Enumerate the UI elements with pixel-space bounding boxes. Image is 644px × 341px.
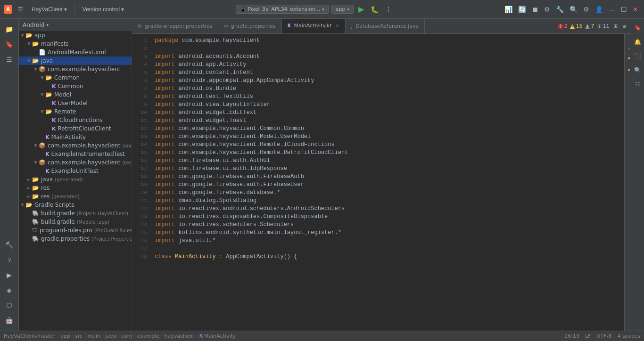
line-num-10: 10 [132, 109, 147, 117]
project-name-button[interactable]: HayVaClient ▾ [29, 5, 70, 14]
build-icon[interactable]: 🔨 [3, 238, 16, 252]
run-button[interactable]: ▶ [356, 3, 366, 16]
android-icon[interactable]: 🤖 [3, 314, 16, 327]
file-tree-header[interactable]: Android ▾ [19, 19, 132, 31]
tree-item-common-folder[interactable]: ▼📂Common [19, 73, 132, 82]
breadcrumb-example[interactable]: example [137, 333, 159, 339]
tree-item-gradle-scripts[interactable]: ▼📂Gradle Scripts [19, 201, 132, 209]
run-icon[interactable]: ▶ [3, 268, 16, 282]
breadcrumb-mainactivity[interactable]: MainActivity [204, 333, 236, 339]
editor-scrollbar[interactable] [624, 34, 631, 331]
line-num-16: 16 [132, 157, 147, 165]
tree-label-res-generated: res [41, 193, 50, 200]
project-icon[interactable]: 📁 [3, 23, 16, 36]
tab-db-reference[interactable]: J DatabaseReference.java [346, 19, 425, 33]
tree-icon-remote-folder: 📂 [45, 108, 52, 115]
diamond-icon[interactable]: ◈ [3, 284, 16, 297]
tree-item-com-example[interactable]: ▼📦com.example.hayvaclient [19, 65, 132, 73]
breadcrumb-app[interactable]: app [60, 333, 70, 339]
error-badge: ! 2 ! 15 ! 7 i 11 [558, 23, 610, 29]
line-ending[interactable]: LF [585, 333, 591, 339]
breadcrumb-com[interactable]: com [121, 333, 132, 339]
tree-icon-gradle-properties: 🐘 [32, 235, 39, 242]
tree-item-common-file[interactable]: KCommon [19, 82, 132, 90]
tree-item-androidmanifest[interactable]: 📄AndroidManifest.xml [19, 48, 132, 57]
encoding[interactable]: UTF-8 [596, 333, 611, 339]
tree-item-java[interactable]: ▼📂java [19, 57, 132, 65]
tree-item-java-generated[interactable]: ►📂java(generated) [19, 175, 132, 184]
line-num-5: 5 [132, 69, 147, 77]
breadcrumb-java[interactable]: java [105, 333, 116, 339]
tree-arrow-java-generated: ► [27, 177, 32, 182]
terminal-icon[interactable]: ⬡ [3, 299, 16, 312]
cursor-position[interactable]: 26:19 [564, 333, 579, 339]
bookmark-icon[interactable]: 🔖 [3, 38, 16, 51]
git-icon[interactable]: ⑂ [3, 253, 16, 267]
tree-arrow-com-example: ▼ [34, 67, 39, 72]
breadcrumb-sep-4: › [102, 333, 104, 339]
tree-item-exampleunittest[interactable]: KExampleUnitTest [19, 167, 132, 175]
tree-item-exampleinstrumentedtest[interactable]: KExampleInstrumentedTest [19, 150, 132, 158]
minimize-button[interactable]: — [607, 4, 617, 15]
tree-item-retrofitcloudclient[interactable]: KRetrofitCloudClient [19, 124, 132, 133]
maximize-button[interactable]: ☐ [619, 4, 629, 15]
layout-icon[interactable]: ☷ [633, 79, 643, 89]
tab-gradle-props[interactable]: ⚙ gradle.properties [218, 19, 282, 33]
breadcrumb-main[interactable]: main [88, 333, 100, 339]
tree-item-gradle-properties[interactable]: 🐘gradle.properties(Project Properties) [19, 235, 132, 243]
version-control-button[interactable]: Version control ▾ [80, 5, 127, 14]
tab-main-activity[interactable]: K MainActivity.kt ✕ [282, 19, 346, 33]
tree-item-remote-folder[interactable]: ▼📂Remote [19, 107, 132, 116]
sync-button[interactable]: 🔄 [516, 4, 528, 15]
line-num-15: 15 [132, 149, 147, 157]
tree-item-res-generated[interactable]: ►📂res(generated) [19, 192, 132, 201]
breadcrumb-src[interactable]: src [75, 333, 83, 339]
profiler-button[interactable]: 📊 [503, 4, 514, 15]
svg-text:i: i [598, 24, 599, 29]
tab-icon-main-activity: K [288, 23, 291, 28]
hamburger-menu-button[interactable]: ☰ [15, 5, 26, 14]
diff-icon[interactable]: ⬛ [633, 51, 643, 61]
tree-item-build-gradle-project[interactable]: 🐘build.gradle(Project: HayVaClient) [19, 209, 132, 218]
tree-arrow-app: ▼ [21, 33, 25, 38]
preferences-button[interactable]: ⚙ [581, 4, 591, 15]
tab-close-main-activity[interactable]: ✕ [336, 23, 339, 28]
tree-item-model-folder[interactable]: ▼📂Model [19, 90, 132, 99]
tree-item-manifests[interactable]: ▼📂manifests [19, 40, 132, 48]
expand-editor-button[interactable]: ⊞ [611, 21, 619, 31]
search-button[interactable]: 🔍 [568, 4, 579, 15]
account-button[interactable]: 👤 [593, 4, 605, 15]
more-actions-button[interactable]: ⋮ [383, 4, 394, 15]
tree-item-app[interactable]: ▼📂app [19, 31, 132, 40]
bookmarks-right-icon[interactable]: 🔖 [633, 23, 643, 33]
tab-list-button[interactable]: ≡ [621, 22, 628, 31]
code-content[interactable]: package com.example.hayvaclient import a… [151, 34, 624, 331]
tree-item-res[interactable]: ►📂res [19, 184, 132, 192]
file-tree-panel: Android ▾ ▼📂app▼📂manifests📄AndroidManife… [19, 19, 132, 331]
tree-item-build-gradle-app[interactable]: 🐘build.gradle(Module :app) [19, 218, 132, 226]
breadcrumb-hayvaclient[interactable]: hayvaclient [165, 333, 195, 339]
structure-icon[interactable]: ☰ [3, 53, 16, 66]
plugins-button[interactable]: 🔧 [554, 4, 566, 15]
tree-item-proguard[interactable]: 🛡proguard-rules.pro(ProGuard Rules for '… [19, 226, 132, 235]
tree-item-com-example-androidtest[interactable]: ▼📦com.example.hayvaclient(androidTest) [19, 141, 132, 150]
tree-arrow-res-generated: ► [27, 194, 32, 199]
debug-button[interactable]: 🐛 [369, 4, 380, 15]
tree-item-mainactivity[interactable]: KMainActivity [19, 133, 132, 141]
code-editor: 1234567891011121314151617181920212223242… [132, 34, 631, 331]
tree-icon-app: 📂 [25, 32, 33, 39]
run-config-selector[interactable]: app ▾ [331, 5, 354, 14]
editor-area: ⚙ gradle-wrapper.properties ⚙ gradle.pro… [132, 19, 631, 331]
inspect-icon[interactable]: 🔍 [633, 65, 643, 75]
stop-button[interactable]: ⏹ [530, 4, 540, 15]
notifications-icon[interactable]: 🔔 [633, 37, 643, 47]
breadcrumb-root[interactable]: HayVaClient-master [4, 333, 56, 339]
tree-item-icloudfunctions[interactable]: KICloudFunctions [19, 116, 132, 124]
device-selector[interactable]: 📱 Pixel_3a_APL34_extension... ▾ [236, 5, 329, 14]
close-button[interactable]: ✕ [631, 4, 640, 15]
indent-setting[interactable]: 4 spaces [618, 333, 641, 339]
tab-gradle-wrapper[interactable]: ⚙ gradle-wrapper.properties [132, 19, 218, 33]
tree-item-usermodel[interactable]: KUserModel [19, 99, 132, 107]
tree-item-com-example-test[interactable]: ▼📦com.example.hayvaclient(test) [19, 158, 132, 167]
settings-button[interactable]: ⚙ [542, 4, 552, 15]
